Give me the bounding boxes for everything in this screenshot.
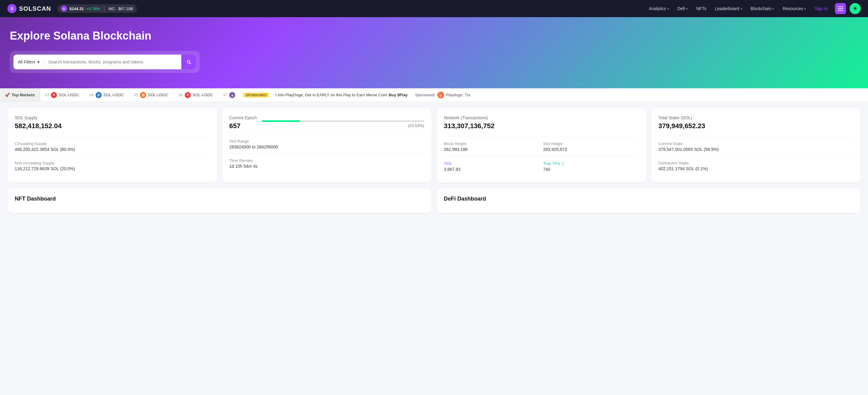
logo-icon: S (7, 4, 17, 13)
logo-text: SOLSCAN (19, 5, 51, 12)
ticker-icon-4: ◎ (96, 92, 102, 98)
nft-dashboard-card: NFT Dashboard (7, 188, 432, 213)
slot-height-label: Slot Height (543, 141, 639, 146)
ticker-item-7[interactable]: #7 ▲ (218, 88, 241, 102)
stats-grid: SOL Supply 582,418,152.04 Circulating Su… (7, 108, 861, 182)
time-remain-block: Time Remain 1d 15h 54m 4s (229, 158, 425, 169)
ticker-icon-5: ▥ (140, 92, 146, 98)
network-card: Network (Transactions) 313,307,136,752 B… (436, 108, 646, 182)
nft-dashboard-title: NFT Dashboard (15, 196, 424, 202)
ticker-bar: 🚀 Top Markets #3 ✕ SOL-USDC #4 ◎ SOL-USD… (0, 88, 868, 102)
stats-section: SOL Supply 582,418,152.04 Circulating Su… (0, 102, 868, 188)
chevron-down-icon: ▾ (686, 7, 688, 10)
slot-height-value: 283,925,673 (543, 147, 639, 152)
ticker-item-5[interactable]: #5 ▥ SOL-USDC (129, 88, 174, 102)
top-markets-tab[interactable]: 🚀 Top Markets (0, 88, 40, 102)
epoch-progress-fill (262, 120, 300, 122)
network-label: Network (Transactions) (444, 115, 639, 120)
hero-section: Explore Solana Blockchain All Filters ▾ (0, 17, 868, 88)
delinquent-block: Delinquent Stake 402,151.1794 SOL (0.1%) (658, 161, 854, 171)
nav-blockchain[interactable]: Blockchain ▾ (747, 4, 778, 13)
sol-price: $144.31 (69, 6, 84, 11)
logo[interactable]: S SOLSCAN (7, 4, 51, 13)
search-filter-dropdown[interactable]: All Filters ▾ (13, 59, 44, 64)
total-stake-value: 379,949,652.23 (658, 122, 854, 130)
search-button[interactable] (181, 55, 196, 69)
tps-block: TPS 3,667.83 (444, 161, 539, 172)
time-remain-label: Time Remain (229, 158, 425, 163)
ticker-item-3[interactable]: #3 ✕ SOL-USDC (40, 88, 85, 102)
block-height-label: Block Height (444, 141, 539, 146)
current-stake-value: 379,547,501.0565 SOL (99.9%) (658, 147, 854, 152)
tps-grid: TPS 3,667.83 True TPS ⓘ 740 (444, 161, 639, 172)
ticker-item-4[interactable]: #4 ◎ SOL-USDC (85, 88, 129, 102)
ticker-icon-3: ✕ (51, 92, 57, 98)
current-epoch-card: Current Epoch 657 (23.53%) Slot Range 28… (222, 108, 432, 182)
block-height-block: Block Height 262,993,186 (444, 141, 539, 152)
non-circulating-value: 116,212,729.6639 SOL (20.0%) (15, 166, 210, 171)
ticker-tab-label: Top Markets (12, 93, 35, 97)
sponsored-badge: SPONSORED (243, 93, 269, 97)
mc-value: $67.19B (118, 6, 133, 11)
sign-in-button[interactable]: Sign in (811, 4, 831, 13)
chevron-down-icon: ▾ (741, 7, 742, 10)
slot-range-label: Slot Range (229, 139, 425, 143)
sol-supply-label: SOL Supply (15, 115, 210, 120)
navbar: S SOLSCAN ◎ $144.31 +0.76% | MC: $67.19B… (0, 0, 868, 17)
hero-title: Explore Solana Blockchain (10, 29, 858, 42)
total-stake-card: Total Stake (SOL) 379,949,652.23 Current… (651, 108, 861, 182)
epoch-progress-bar (262, 120, 424, 122)
circulating-value: 466,205,422.3854 SOL (80.0%) (15, 147, 210, 152)
defi-dashboard-card: DeFi Dashboard (436, 188, 861, 213)
time-remain-value: 1d 15h 54m 4s (229, 164, 425, 169)
true-tps-block: True TPS ⓘ 740 (543, 161, 639, 172)
non-circulating-block: Non-circulating Supply 116,212,729.6639 … (15, 161, 210, 171)
block-height-value: 262,993,186 (444, 147, 539, 152)
tps-value: 3,667.83 (444, 167, 539, 172)
slot-range-value: 283824000 to 284256000 (229, 144, 425, 149)
slot-range-block: Slot Range 283824000 to 284256000 (229, 139, 425, 149)
network-sub-grid: Block Height 262,993,186 Slot Height 283… (444, 141, 639, 152)
nav-leaderboard[interactable]: Leaderboard ▾ (711, 4, 745, 13)
non-circulating-label: Non-circulating Supply (15, 161, 210, 165)
sol-price-badge[interactable]: ◎ $144.31 +0.76% | MC: $67.19B (57, 4, 137, 13)
chevron-down-icon: ▾ (668, 7, 669, 10)
sol-supply-card: SOL Supply 582,418,152.04 Circulating Su… (7, 108, 217, 182)
ticker-item-6[interactable]: #6 ✕ SOL-USDC (174, 88, 218, 102)
search-icon (186, 59, 191, 65)
current-stake-label: Current Stake (658, 141, 854, 146)
search-bar: All Filters ▾ (13, 55, 196, 69)
tps-label[interactable]: TPS (444, 161, 539, 166)
epoch-pct: (23.53%) (262, 123, 424, 128)
ticker-sponsor: Sponsored: 🐕 Playdoge: Tra (411, 92, 474, 98)
search-input[interactable] (44, 59, 181, 64)
nav-resources[interactable]: Resources ▾ (779, 4, 809, 13)
defi-dashboard-title: DeFi Dashboard (444, 196, 853, 202)
nav-links: Analytics ▾ Defi ▾ NFTs Leaderboard ▾ Bl… (645, 3, 861, 14)
delinquent-label: Delinquent Stake (658, 161, 854, 165)
slot-height-block: Slot Height 283,925,673 (543, 141, 639, 152)
sol-icon: ◎ (61, 5, 67, 12)
nav-analytics[interactable]: Analytics ▾ (645, 4, 673, 13)
bottom-section: NFT Dashboard DeFi Dashboard (0, 188, 868, 220)
epoch-label: Current Epoch (229, 115, 257, 120)
nav-nfts[interactable]: NFTs (692, 4, 710, 13)
nav-defi[interactable]: Defi ▾ (674, 4, 691, 13)
ticker-icon-7: ▲ (229, 92, 235, 98)
bottom-grid: NFT Dashboard DeFi Dashboard (7, 188, 861, 213)
true-tps-label[interactable]: True TPS ⓘ (543, 161, 639, 166)
search-container: All Filters ▾ (10, 51, 200, 73)
mc-label: MC: (108, 6, 116, 11)
theme-toggle-button[interactable]: ☀ (849, 3, 861, 14)
divider: | (103, 6, 105, 11)
hamburger-icon (838, 6, 843, 11)
sol-supply-value: 582,418,152.04 (15, 122, 210, 130)
epoch-value: 657 (229, 122, 257, 130)
circulating-label: Circulating Supply (15, 141, 210, 146)
logo-symbol: S (10, 6, 13, 11)
rocket-icon: 🚀 (5, 93, 10, 97)
true-tps-value: 740 (543, 167, 639, 172)
epoch-header: Current Epoch 657 (23.53%) (229, 115, 425, 131)
theme-icon: ☀ (853, 5, 858, 12)
menu-button[interactable] (835, 3, 846, 14)
